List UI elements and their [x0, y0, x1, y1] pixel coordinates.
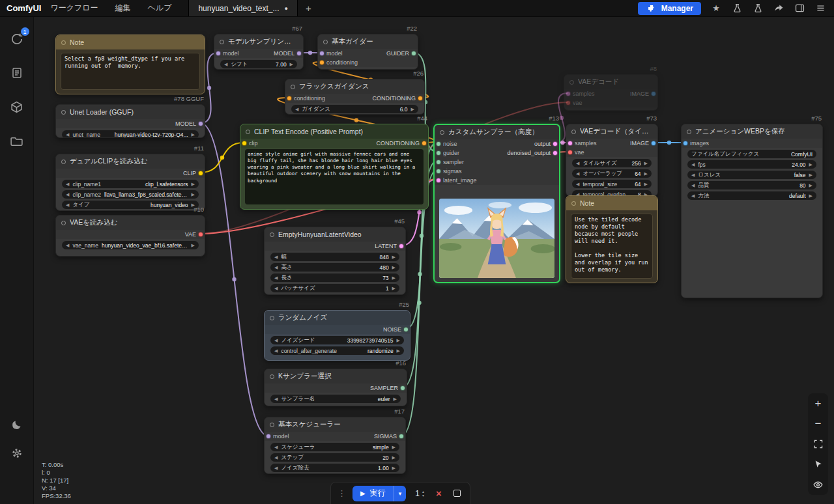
- widget-increment-arrow[interactable]: ▶: [411, 107, 414, 111]
- node-vae-decode[interactable]: #8VAEデコードsamplesIMAGEvae: [564, 74, 658, 111]
- widget-decrement-arrow[interactable]: ◀: [274, 348, 278, 353]
- widget-decrement-arrow[interactable]: ◀: [274, 286, 278, 290]
- widget-increment-arrow[interactable]: ▶: [392, 466, 395, 470]
- node-header[interactable]: CLIP Text Encode (Positive Prompt): [240, 124, 428, 139]
- output-slot-MODEL[interactable]: [198, 121, 203, 126]
- widget-decrement-arrow[interactable]: ◀: [691, 162, 695, 167]
- output-slot-CONDITIONING[interactable]: [422, 141, 427, 146]
- run-button[interactable]: ▶ 実行: [352, 488, 394, 499]
- input-slot-latent_image[interactable]: [436, 178, 441, 183]
- widget-increment-arrow[interactable]: ▶: [809, 193, 812, 198]
- widget-高さ[interactable]: ◀高さ480▶: [270, 263, 399, 272]
- output-slot-SAMPLER[interactable]: [400, 385, 405, 391]
- menu-edit[interactable]: 編集: [115, 3, 131, 14]
- input-slot-conditioning[interactable]: [319, 60, 324, 65]
- sidebar-workflows-button[interactable]: [9, 133, 25, 148]
- input-slot-images[interactable]: [683, 141, 688, 146]
- widget-decrement-arrow[interactable]: ◀: [274, 338, 278, 343]
- widget-幅[interactable]: ◀幅848▶: [270, 253, 399, 261]
- manager-button[interactable]: Manager: [638, 2, 701, 15]
- widget-clip_name1[interactable]: ◀clip_name1clip_l.safetensors▶: [62, 180, 199, 188]
- widget-decrement-arrow[interactable]: ◀: [576, 161, 579, 165]
- comfyui-logo[interactable]: ComfyUI: [0, 0, 50, 16]
- input-slot-conditioning[interactable]: [287, 96, 292, 101]
- note-text[interactable]: Use the tiled decode node by default bec…: [571, 214, 653, 279]
- widget-decrement-arrow[interactable]: ◀: [66, 182, 69, 186]
- widget-increment-arrow[interactable]: ▶: [809, 183, 812, 188]
- input-slot-vae[interactable]: [566, 100, 571, 105]
- node-note-fp8[interactable]: NoteSelect a fp8 weight_dtype if you are…: [55, 35, 205, 94]
- widget-unet_name[interactable]: ◀unet_namehunyuan-video-t2v-720p-Q4...▶: [62, 130, 199, 138]
- node-clip-text-encode[interactable]: #44CLIP Text Encode (Positive Prompt)cli…: [240, 124, 429, 210]
- widget-ノイズシード[interactable]: ◀ノイズシード339982739740515▶: [270, 336, 404, 344]
- node-basic-guider[interactable]: #22基本ガイダーmodelGUIDERconditioning: [317, 34, 418, 70]
- spinner-down-icon[interactable]: ▾: [422, 494, 424, 497]
- output-slot-IMAGE[interactable]: [651, 91, 656, 96]
- input-slot-sigmas[interactable]: [436, 169, 441, 174]
- widget-decrement-arrow[interactable]: ◀: [274, 466, 278, 470]
- widget-increment-arrow[interactable]: ▶: [809, 162, 812, 167]
- widget-increment-arrow[interactable]: ▶: [192, 182, 195, 186]
- node-header[interactable]: 基本スケジューラー: [265, 417, 405, 432]
- node-dual-clip-loader[interactable]: #11デュアルCLIPを読み込むCLIP◀clip_name1clip_l.sa…: [55, 154, 205, 211]
- node-basic-scheduler[interactable]: #17基本スケジューラーmodelSIGMAS◀スケジューラsimple▶◀ステ…: [264, 417, 406, 474]
- link-visibility-eye-button[interactable]: [811, 477, 826, 492]
- node-header[interactable]: Unet Loader (GGUF): [56, 105, 205, 119]
- input-slot-guider[interactable]: [436, 150, 441, 156]
- settings-gear-icon[interactable]: [9, 445, 25, 461]
- widget-decrement-arrow[interactable]: ◀: [274, 397, 278, 401]
- widget-品質[interactable]: ◀品質80▶: [687, 181, 816, 189]
- new-tab-button[interactable]: +: [298, 0, 319, 16]
- widget-increment-arrow[interactable]: ▶: [644, 171, 648, 176]
- node-header[interactable]: カスタムサンプラー（高度）: [435, 125, 559, 139]
- widget-increment-arrow[interactable]: ▶: [392, 265, 395, 270]
- widget-タイプ[interactable]: ◀タイプhunyuan_video▶: [62, 201, 199, 209]
- widget-increment-arrow[interactable]: ▶: [392, 445, 395, 449]
- widget-increment-arrow[interactable]: ▶: [192, 192, 195, 197]
- node-header[interactable]: Kサンプラー選択: [265, 369, 407, 384]
- workflow-tab[interactable]: hunyuan_video_text_... ●: [188, 0, 298, 16]
- node-vae-loader[interactable]: #10VAEを読み込むVAE◀vae_namehunyuan_video_vae…: [55, 215, 205, 257]
- input-slot-model[interactable]: [266, 434, 271, 439]
- widget-サンプラー名[interactable]: ◀サンプラー名euler▶: [270, 395, 401, 403]
- widget-increment-arrow[interactable]: ▶: [644, 161, 648, 165]
- node-save-animated-webp[interactable]: #75アニメーションWEBPを保存imagesファイル名プレフィックスComfy…: [681, 124, 823, 298]
- widget-vae_name[interactable]: ◀vae_namehunyuan_video_vae_bf16.safetens…: [62, 241, 199, 249]
- node-vae-decode-tiled[interactable]: #73VAEデコード（タイル）samplesIMAGEvae◀タイルサイズ256…: [566, 124, 658, 197]
- menu-help[interactable]: ヘルプ: [148, 3, 172, 14]
- output-slot-SIGMAS[interactable]: [399, 434, 404, 439]
- widget-decrement-arrow[interactable]: ◀: [66, 243, 69, 247]
- widget-decrement-arrow[interactable]: ◀: [691, 183, 695, 188]
- output-slot-LATENT[interactable]: [399, 244, 404, 249]
- widget-clip_name2[interactable]: ◀clip_name2llava_llama3_fp8_scaled.safet…: [62, 190, 199, 199]
- output-slot-output[interactable]: [553, 141, 558, 147]
- node-sampler-custom-advanced[interactable]: #13カスタムサンプラー（高度）noiseoutputguiderdenoise…: [433, 124, 560, 283]
- zoom-in-button[interactable]: +: [811, 397, 826, 411]
- input-slot-model[interactable]: [319, 51, 324, 56]
- node-unet-loader[interactable]: #78 GGUFUnet Loader (GGUF)MODEL◀unet_nam…: [55, 104, 205, 138]
- menu-workflow[interactable]: ワークフロー: [50, 3, 98, 14]
- sidebar-queue-button[interactable]: 1: [9, 31, 25, 47]
- cancel-button[interactable]: ×: [433, 488, 444, 499]
- widget-タイルサイズ[interactable]: ◀タイルサイズ256▶: [572, 159, 652, 167]
- widget-increment-arrow[interactable]: ▶: [644, 182, 648, 186]
- widget-increment-arrow[interactable]: ▶: [397, 338, 400, 343]
- node-header[interactable]: EmptyHunyuanLatentVideo: [265, 227, 405, 242]
- node-header[interactable]: VAEデコード（タイル）: [566, 124, 657, 139]
- node-header[interactable]: Note: [566, 196, 657, 210]
- node-empty-latent-video[interactable]: #45EmptyHunyuanLatentVideoLATENT◀幅848▶◀高…: [264, 227, 406, 295]
- widget-decrement-arrow[interactable]: ◀: [274, 265, 278, 270]
- output-slot-IMAGE[interactable]: [651, 141, 656, 146]
- node-header[interactable]: デュアルCLIPを読み込む: [56, 154, 205, 169]
- widget-increment-arrow[interactable]: ▶: [392, 286, 395, 290]
- widget-decrement-arrow[interactable]: ◀: [576, 171, 579, 176]
- widget-ロスレス[interactable]: ◀ロスレスfalse▶: [687, 171, 816, 179]
- input-slot-clip[interactable]: [242, 141, 247, 146]
- widget-fps[interactable]: ◀fps24.00▶: [687, 160, 816, 169]
- output-slot-NOISE[interactable]: [403, 327, 409, 332]
- widget-ステップ[interactable]: ◀ステップ20▶: [270, 453, 399, 462]
- widget-increment-arrow[interactable]: ▶: [392, 275, 395, 280]
- input-slot-samples[interactable]: [568, 141, 573, 146]
- widget-increment-arrow[interactable]: ▶: [397, 348, 400, 353]
- share-icon[interactable]: [773, 3, 784, 14]
